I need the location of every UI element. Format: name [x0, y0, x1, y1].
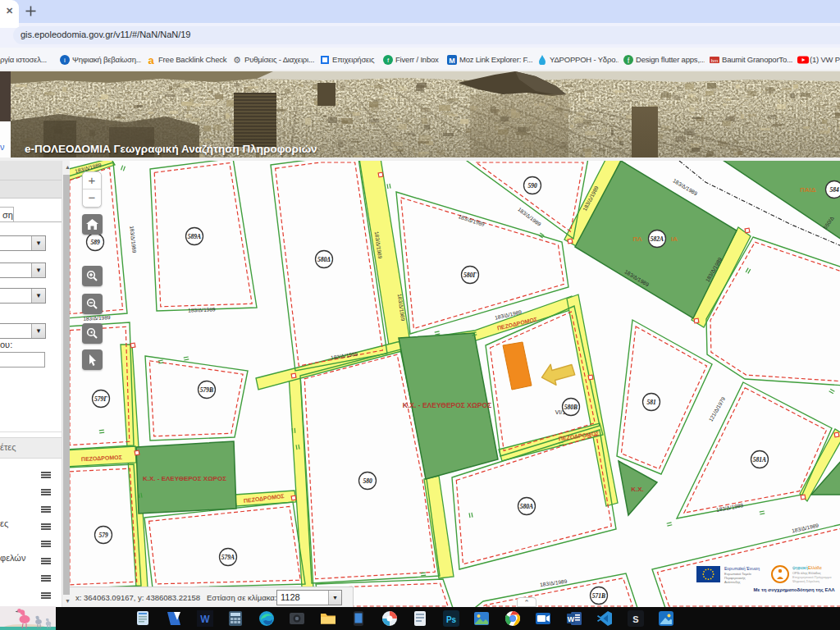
svg-text:589: 589 [90, 239, 100, 246]
svg-text:a: a [148, 55, 154, 65]
svg-text:Με τη συγχρηματοδότηση της ΕΛΛ: Με τη συγχρηματοδότηση της ΕΛΛ [754, 587, 835, 593]
svg-text:ψηφιακήΕλλάδα: ψηφιακήΕλλάδα [792, 565, 822, 570]
svg-text:W: W [568, 615, 575, 623]
svg-text:581Α: 581Α [753, 456, 766, 463]
svg-text:M: M [449, 57, 455, 65]
svg-text:581: 581 [646, 399, 655, 406]
svg-text:bm: bm [711, 58, 718, 63]
svg-text:e-ΠΟΛΕΟΔΟΜΙΑ Γεωγραφική Αναζήτ: e-ΠΟΛΕΟΔΟΜΙΑ Γεωγραφική Αναζήτηση Πληροφ… [25, 143, 317, 155]
svg-text:S: S [632, 614, 638, 624]
svg-text:579: 579 [98, 532, 108, 539]
svg-text:Ευρωπαϊκή Ένωση: Ευρωπαϊκή Ένωση [724, 566, 760, 571]
svg-text:183/Δ/1989: 183/Δ/1989 [188, 306, 216, 313]
svg-text:582Α: 582Α [651, 235, 664, 243]
svg-text:589Α: 589Α [188, 233, 201, 240]
svg-text:ΙΑ: ΙΑ [671, 235, 678, 243]
svg-text:Ps: Ps [446, 615, 457, 624]
svg-text:580: 580 [363, 477, 372, 485]
svg-text:579Α: 579Α [221, 554, 235, 561]
svg-text:⚙: ⚙ [233, 55, 241, 65]
svg-text:579Γ: 579Γ [94, 395, 107, 403]
svg-text:ΠΑΙΔ: ΠΑΙΔ [800, 186, 816, 194]
svg-text:Κ.Χ. - ΕΛΕΥΘΕΡΟΣ ΧΩΡΟΣ: Κ.Χ. - ΕΛΕΥΘΕΡΟΣ ΧΩΡΟΣ [143, 475, 226, 482]
svg-text:580Α: 580Α [520, 503, 533, 510]
svg-text:580Δ: 580Δ [317, 256, 331, 263]
svg-text:i: i [64, 57, 66, 64]
svg-text:W: W [200, 614, 210, 625]
svg-text:580Β: 580Β [564, 404, 578, 411]
svg-text:Κ.Χ.: Κ.Χ. [631, 486, 644, 493]
svg-text:Κ.Χ. - ΕΛΕΥΘΕΡΟΣ ΧΩΡΟΣ: Κ.Χ. - ΕΛΕΥΘΕΡΟΣ ΧΩΡΟΣ [403, 401, 491, 409]
svg-text:580Γ: 580Γ [463, 272, 477, 279]
svg-text:ΠΛ: ΠΛ [632, 235, 642, 243]
svg-text:571Β: 571Β [592, 592, 605, 600]
svg-text:579Β: 579Β [200, 386, 213, 394]
svg-text:590: 590 [527, 182, 537, 189]
svg-text:Ψηφιακή Σύγκλιση: Ψηφιακή Σύγκλιση [792, 579, 819, 583]
svg-text:584: 584 [829, 186, 839, 194]
svg-text:Ανάπτυξης: Ανάπτυξης [724, 580, 740, 584]
